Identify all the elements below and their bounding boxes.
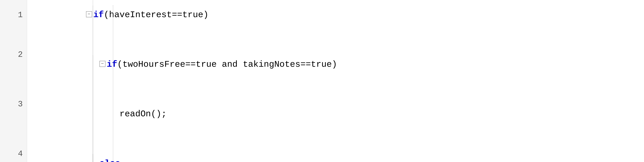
code-text: (haveInterest==true) [104, 10, 208, 20]
table-row: 3 readOn(); [0, 79, 644, 129]
code-line: else [27, 129, 644, 162]
table-row: 1 −if(haveInterest==true) [0, 0, 644, 30]
code-line: −if(twoHoursFree==true and takingNotes==… [27, 30, 644, 79]
keyword-and: and [222, 60, 238, 69]
indent-spacer-2 [100, 89, 120, 119]
code-line: −if(haveInterest==true) [27, 0, 644, 30]
line-number: 3 [0, 79, 27, 129]
keyword-if: if [94, 10, 104, 20]
line-number: 4 [0, 129, 27, 162]
table-row: 4 else [0, 129, 644, 162]
code-editor: 1 −if(haveInterest==true) 2 −if(twoHours… [0, 0, 644, 162]
line-number: 1 [0, 0, 27, 30]
collapse-icon[interactable]: − [100, 61, 106, 67]
code-table: 1 −if(haveInterest==true) 2 −if(twoHours… [0, 0, 644, 162]
table-row: 2 −if(twoHoursFree==true and takingNotes… [0, 30, 644, 79]
collapse-icon[interactable]: − [86, 11, 92, 17]
code-text-2: takingNotes==true) [238, 60, 337, 69]
line-number: 2 [0, 30, 27, 79]
code-line: readOn(); [27, 79, 644, 129]
